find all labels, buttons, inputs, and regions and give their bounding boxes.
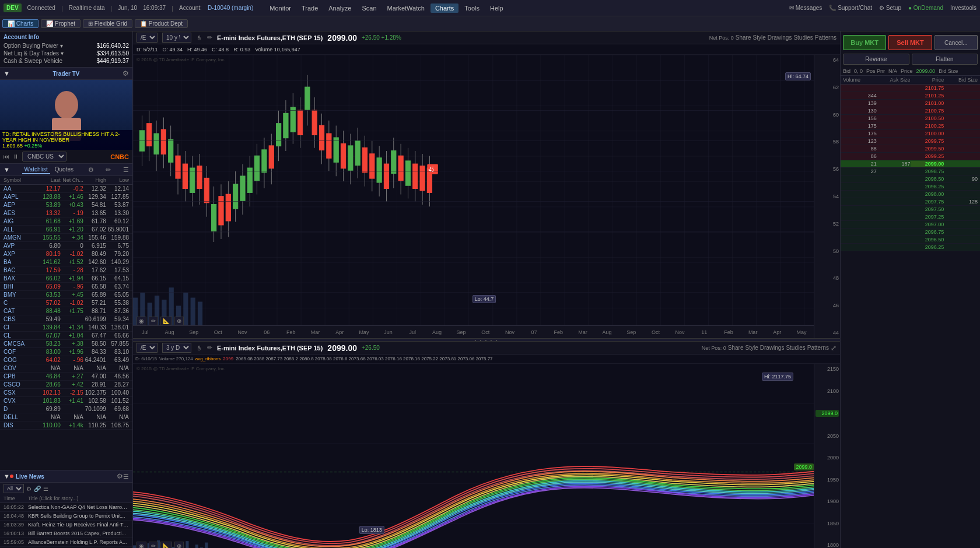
tv-channel-select[interactable]: CNBC US: [22, 152, 66, 161]
nav-trade[interactable]: Trade: [297, 3, 323, 13]
watchlist-row[interactable]: COF 83.00 +1.96 84.33 83.10: [0, 348, 132, 356]
nav-scan[interactable]: Scan: [357, 3, 381, 13]
order-row-ask[interactable]: 130 2100.75: [841, 107, 980, 115]
tv-play-btn[interactable]: ⏮: [4, 153, 9, 160]
order-row-ask[interactable]: 344 2101.25: [841, 92, 980, 100]
order-row-bid[interactable]: 2098.50 90: [841, 175, 980, 183]
ondemand-btn[interactable]: ● OnDemand: [908, 5, 943, 11]
watchlist-row[interactable]: AXP 80.19 -1.02 80.49 79.20: [0, 250, 132, 258]
watchlist-row[interactable]: BA 141.62 +1.52 142.60 140.29: [0, 258, 132, 266]
news-row[interactable]: 16:03:39 Kraft, Heinz Tie-Up Receives Fi…: [0, 521, 132, 529]
order-row-bid[interactable]: 2096.50: [841, 236, 980, 244]
trader-tv-settings-icon[interactable]: ⚙: [123, 69, 129, 78]
chart-type-icon-bottom[interactable]: 🕯: [196, 345, 202, 352]
news-row[interactable]: 16:05:22 Selectica Non-GAAP Q4 Net Loss …: [0, 503, 132, 512]
drawings-btn-bottom[interactable]: Drawings: [760, 345, 785, 351]
watchlist-row[interactable]: COV N/A N/A N/A N/A: [0, 364, 132, 373]
watchlist-row[interactable]: CMCSA 58.23 +.38 58.50 57.855: [0, 340, 132, 348]
watchlist-row[interactable]: CAT 88.48 +1.75 88.71 87.36: [0, 307, 132, 315]
watchlist-row[interactable]: AAPL 128.88 +1.46 129.34 127.85: [0, 193, 132, 201]
product-dept-button[interactable]: 📋 Product Dept: [135, 19, 188, 28]
support-btn[interactable]: 📞 Support/Chat: [829, 5, 872, 11]
flatten-button[interactable]: Flatten: [912, 54, 978, 65]
order-row-bid[interactable]: 2097.25: [841, 213, 980, 221]
nav-help[interactable]: Help: [485, 3, 508, 13]
watchlist-row[interactable]: BAX 66.02 +1.94 66.15 64.15: [0, 275, 132, 283]
tab-watchlist[interactable]: Watchlist: [22, 166, 50, 174]
watchlist-row[interactable]: CBS 59.49 60.6199 59.34: [0, 315, 132, 324]
order-row-current[interactable]: 21 187 2099.00: [841, 160, 980, 168]
symbol-selector-bottom[interactable]: /E: [136, 343, 158, 353]
messages-btn[interactable]: ✉ Messages: [789, 5, 822, 11]
wl-menu-icon[interactable]: ☰: [123, 166, 129, 174]
nav-charts[interactable]: Charts: [430, 3, 459, 13]
watchlist-row[interactable]: CSX 102.13 -2.15 102.375 100.40: [0, 389, 132, 397]
watchlist-row[interactable]: CPB 46.84 +.27 47.00 46.56: [0, 373, 132, 381]
watchlist-row[interactable]: CL 67.07 +1.04 67.47 66.66: [0, 332, 132, 340]
draw-tool-b4[interactable]: ⊕: [174, 542, 184, 548]
chart-body-bottom[interactable]: © 2015 @ TD Ameritrade IP Company, Inc. …: [133, 364, 840, 548]
order-row-ask[interactable]: 175 2100.25: [841, 122, 980, 130]
draw-tool-1[interactable]: ◉: [136, 317, 146, 325]
watchlist-row[interactable]: CVX 101.83 +1.41 102.58 101.52: [0, 397, 132, 405]
watchlist-row[interactable]: COG 64.02 -.96 64.2401 63.49: [0, 356, 132, 364]
share-btn-bottom[interactable]: Share: [728, 345, 744, 351]
order-row-bid[interactable]: 2097.75 128: [841, 198, 980, 206]
style-btn-bottom[interactable]: Style: [745, 345, 758, 351]
charts-button[interactable]: 📊 Charts: [2, 19, 38, 28]
news-filter-select[interactable]: All: [4, 484, 24, 493]
tv-pause-btn[interactable]: ⏸: [13, 153, 19, 160]
watchlist-row[interactable]: AEP 53.89 +0.43 54.81 53.87: [0, 201, 132, 209]
buy-mkt-button[interactable]: Buy MKT: [843, 35, 886, 50]
watchlist-row[interactable]: AVP 6.80 0 6.915 6.75: [0, 242, 132, 250]
watchlist-row[interactable]: CI 139.84 +1.34 140.33 138.01: [0, 324, 132, 332]
news-row[interactable]: 16:04:48 KBR Sells Building Group to Per…: [0, 512, 132, 521]
flexible-grid-button[interactable]: ⊞ Flexible Grid: [83, 19, 132, 28]
wl-settings-icon[interactable]: ⚙: [88, 166, 94, 174]
style-btn-top[interactable]: Style: [752, 34, 765, 41]
nav-tools[interactable]: Tools: [460, 3, 484, 13]
watchlist-row[interactable]: AIG 61.68 +1.69 61.78 60.12: [0, 217, 132, 226]
draw-tool-2[interactable]: ✏: [149, 317, 158, 325]
order-row-bid[interactable]: 2097.00: [841, 221, 980, 229]
draw-tool-b2[interactable]: ✏: [149, 542, 158, 548]
chart-type-icon-top[interactable]: 🕯: [196, 34, 202, 41]
watchlist-row[interactable]: AES 13.32 -.19 13.65 13.30: [0, 209, 132, 217]
watchlist-row[interactable]: C 57.02 -1.02 57.21 55.38: [0, 299, 132, 307]
drawings-btn-top[interactable]: Drawings: [768, 34, 792, 41]
cancel-button[interactable]: Cancel...: [935, 35, 978, 50]
news-row[interactable]: 16:00:13 Bill Barrett Boosts 2015 Capex,…: [0, 529, 132, 538]
share-btn-top[interactable]: Share: [736, 34, 751, 41]
order-row-ask[interactable]: 139 2101.00: [841, 100, 980, 107]
watchlist-row[interactable]: CSCO 28.66 +.42 28.91 28.27: [0, 381, 132, 389]
watchlist-row[interactable]: AA 12.17 -0.2 12.32 12.14: [0, 185, 132, 193]
order-row-bid[interactable]: 2096.25: [841, 244, 980, 251]
prophet-button[interactable]: 📈 Prophet: [41, 19, 80, 28]
news-settings-icon[interactable]: ⚙: [117, 472, 123, 480]
order-row-ask[interactable]: 123 2099.75: [841, 138, 980, 145]
news-settings-btn[interactable]: ⚙: [26, 486, 32, 492]
watchlist-row[interactable]: AMGN 155.55 +.34 155.46 159.88: [0, 234, 132, 242]
watchlist-row[interactable]: D 69.89 70.1099 69.68: [0, 405, 132, 413]
watchlist-row[interactable]: DIS 110.00 +1.4k 110.25 108.75: [0, 421, 132, 430]
news-link-btn[interactable]: 🔗: [34, 486, 41, 492]
symbol-selector-top[interactable]: /E: [136, 33, 158, 43]
studies-btn-top[interactable]: Studies: [793, 34, 813, 41]
studies-btn-bottom[interactable]: Studies: [786, 345, 805, 351]
nav-marketwatch[interactable]: MarketWatch: [383, 3, 429, 13]
timeframe-selector-top[interactable]: 10 y W: [162, 33, 191, 43]
patterns-btn-top[interactable]: Patterns: [815, 34, 836, 41]
setup-btn[interactable]: ⚙ Setup: [879, 5, 901, 11]
news-menu-icon[interactable]: ☰: [123, 473, 129, 480]
order-row-ask[interactable]: 88 2099.50: [841, 145, 980, 153]
order-row-bid[interactable]: 2098.25: [841, 183, 980, 191]
sell-mkt-button[interactable]: Sell MKT: [888, 35, 932, 50]
draw-tool-3[interactable]: 📐: [160, 317, 172, 325]
patterns-btn-bottom[interactable]: Patterns: [807, 345, 829, 351]
wl-edit-icon[interactable]: ✏: [106, 166, 111, 174]
order-row-bid[interactable]: 2098.00: [841, 191, 980, 198]
timeframe-selector-bottom[interactable]: 3 y D: [162, 343, 191, 353]
chart-body-top[interactable]: © 2015 @ TD Ameritrade IP Company, Inc. …: [133, 55, 840, 338]
drawing-tool-top[interactable]: ✏: [207, 34, 212, 41]
collapse-btn-bottom[interactable]: ⤢: [831, 344, 836, 352]
